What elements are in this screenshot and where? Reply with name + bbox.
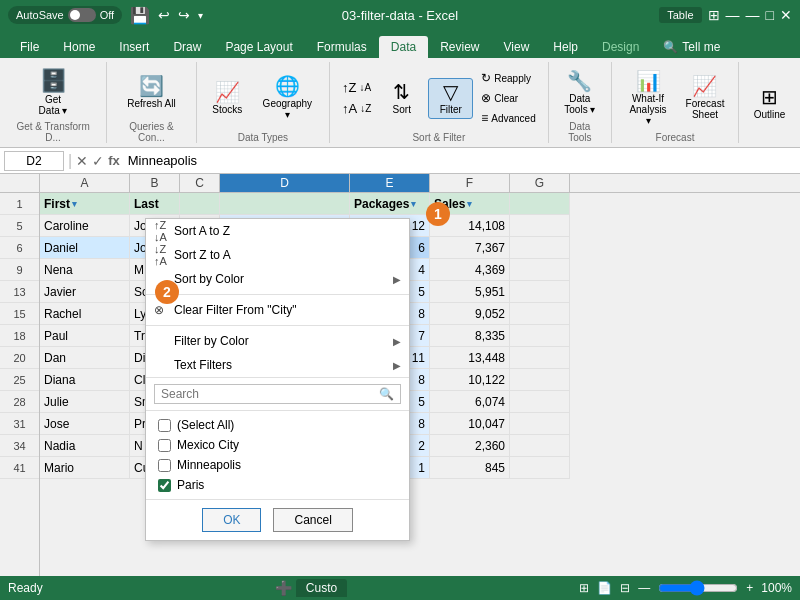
col-header-b[interactable]: B [130, 174, 180, 192]
tab-draw[interactable]: Draw [161, 36, 213, 58]
cell-1-c[interactable] [180, 193, 220, 215]
stocks-button[interactable]: 📈 Stocks [205, 79, 250, 118]
tab-page-layout[interactable]: Page Layout [213, 36, 304, 58]
clear-filter-item[interactable]: ⊗ Clear Filter From "City" [146, 298, 409, 322]
checkbox-select-all[interactable] [158, 419, 171, 432]
cell-41-g[interactable] [510, 457, 570, 479]
data-tools-button[interactable]: 🔧 DataTools ▾ [557, 68, 602, 118]
cancel-formula-icon[interactable]: ✕ [76, 153, 88, 169]
zoom-plus-icon[interactable]: + [746, 581, 753, 595]
cell-5-g[interactable] [510, 215, 570, 237]
cell-9-g[interactable] [510, 259, 570, 281]
cell-15-f[interactable]: 9,052 [430, 303, 510, 325]
advanced-button[interactable]: ≡ Advanced [477, 109, 540, 127]
cell-31-g[interactable] [510, 413, 570, 435]
cell-1-e[interactable]: Packages ▾ [350, 193, 430, 215]
cell-25-g[interactable] [510, 369, 570, 391]
insert-function-icon[interactable]: fx [108, 153, 120, 169]
redo-icon[interactable]: ↪ [178, 7, 190, 23]
zoom-slider[interactable] [658, 580, 738, 596]
reapply-button[interactable]: ↻ Reapply [477, 69, 540, 87]
page-layout-icon[interactable]: 📄 [597, 581, 612, 595]
col-header-g[interactable]: G [510, 174, 570, 192]
filter-button[interactable]: ▽ Filter [428, 78, 473, 119]
col-header-c[interactable]: C [180, 174, 220, 192]
cell-9-f[interactable]: 4,369 [430, 259, 510, 281]
check-minneapolis[interactable]: Minneapolis [146, 455, 409, 475]
cell-13-g[interactable] [510, 281, 570, 303]
what-if-button[interactable]: 📊 What-IfAnalysis ▾ [620, 68, 676, 129]
check-select-all[interactable]: (Select All) [146, 415, 409, 435]
col-header-f[interactable]: F [430, 174, 510, 192]
cell-9-a[interactable]: Nena [40, 259, 130, 281]
sort-a-to-z-item[interactable]: ↑Z↓A Sort A to Z [146, 219, 409, 243]
autosave-toggle[interactable]: AutoSave Off [8, 6, 122, 24]
sheet-add-icon[interactable]: ➕ [275, 580, 292, 596]
formula-input[interactable]: Minneapolis [124, 153, 796, 168]
cell-13-a[interactable]: Javier [40, 281, 130, 303]
cell-15-a[interactable]: Rachel [40, 303, 130, 325]
cell-25-a[interactable]: Diana [40, 369, 130, 391]
grid-view-icon[interactable]: ⊞ [708, 7, 720, 23]
tab-formulas[interactable]: Formulas [305, 36, 379, 58]
sort-button[interactable]: ⇅ Sort [379, 79, 424, 118]
ok-button[interactable]: OK [202, 508, 261, 532]
page-break-icon[interactable]: ⊟ [620, 581, 630, 595]
cell-18-a[interactable]: Paul [40, 325, 130, 347]
tab-review[interactable]: Review [428, 36, 491, 58]
geography-button[interactable]: 🌐 Geography ▾ [254, 73, 321, 123]
cell-6-f[interactable]: 7,367 [430, 237, 510, 259]
sort-by-color-item[interactable]: Sort by Color ▶ [146, 267, 409, 291]
text-filters-item[interactable]: Text Filters ▶ [146, 353, 409, 377]
forecast-sheet-button[interactable]: 📈 ForecastSheet [680, 73, 730, 123]
check-paris[interactable]: Paris [146, 475, 409, 495]
clear-filter-button[interactable]: ⊗ Clear [477, 89, 540, 107]
sort-za-button[interactable]: ↑A ↓Z [338, 99, 375, 118]
tell-me-input[interactable]: 🔍 Tell me [651, 36, 732, 58]
cell-1-a[interactable]: First ▾ [40, 193, 130, 215]
name-box[interactable]: D2 [4, 151, 64, 171]
cell-18-g[interactable] [510, 325, 570, 347]
col-header-d[interactable]: D [220, 174, 350, 192]
close-icon[interactable]: ✕ [780, 7, 792, 23]
cell-20-a[interactable]: Dan [40, 347, 130, 369]
save-icon[interactable]: 💾 [130, 6, 150, 25]
minimize-icon[interactable]: — [746, 7, 760, 23]
check-mexico-city[interactable]: Mexico City [146, 435, 409, 455]
autosave-toggle-switch[interactable] [68, 8, 96, 22]
sort-az-button[interactable]: ↑Z ↓A [338, 78, 375, 97]
undo-dropdown-icon[interactable]: ▾ [198, 10, 203, 21]
get-data-button[interactable]: 🗄️ GetData ▾ [31, 67, 76, 119]
cell-1-g[interactable] [510, 193, 570, 215]
cell-20-f[interactable]: 13,448 [430, 347, 510, 369]
cell-18-f[interactable]: 8,335 [430, 325, 510, 347]
cell-5-a[interactable]: Caroline [40, 215, 130, 237]
refresh-all-button[interactable]: 🔄 Refresh All [121, 73, 181, 112]
cell-34-f[interactable]: 2,360 [430, 435, 510, 457]
cell-41-a[interactable]: Mario [40, 457, 130, 479]
filter-by-color-item[interactable]: Filter by Color ▶ [146, 329, 409, 353]
maximize-icon[interactable]: □ [766, 7, 774, 23]
cell-25-f[interactable]: 10,122 [430, 369, 510, 391]
cell-6-g[interactable] [510, 237, 570, 259]
ribbon-collapse-icon[interactable]: — [726, 7, 740, 23]
cell-28-g[interactable] [510, 391, 570, 413]
tab-view[interactable]: View [492, 36, 542, 58]
tab-help[interactable]: Help [541, 36, 590, 58]
cell-15-g[interactable] [510, 303, 570, 325]
checkbox-mexico-city[interactable] [158, 439, 171, 452]
sort-z-to-a-item[interactable]: ↓Z↑A Sort Z to A [146, 243, 409, 267]
cell-31-a[interactable]: Jose [40, 413, 130, 435]
col-header-a[interactable]: A [40, 174, 130, 192]
confirm-formula-icon[interactable]: ✓ [92, 153, 104, 169]
cell-6-a[interactable]: Daniel [40, 237, 130, 259]
sheet-tab[interactable]: Custo [296, 579, 347, 597]
tab-design[interactable]: Design [590, 36, 651, 58]
zoom-minus-icon[interactable]: — [638, 581, 650, 595]
cell-41-f[interactable]: 845 [430, 457, 510, 479]
cell-34-a[interactable]: Nadia [40, 435, 130, 457]
cell-28-f[interactable]: 6,074 [430, 391, 510, 413]
checkbox-minneapolis[interactable] [158, 459, 171, 472]
tab-data[interactable]: Data [379, 36, 428, 58]
cell-20-g[interactable] [510, 347, 570, 369]
